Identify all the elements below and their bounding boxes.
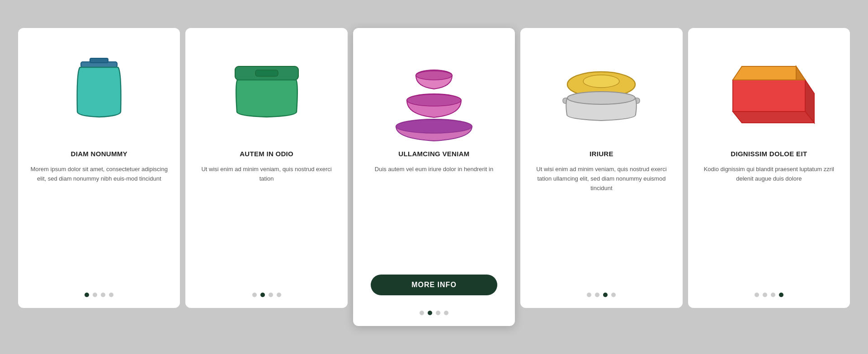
svg-rect-3 (255, 70, 278, 76)
more-info-button[interactable]: MORE INFO (371, 275, 497, 295)
dot-3 (277, 293, 281, 297)
card-title: IRIURE (590, 150, 613, 158)
svg-rect-1 (90, 58, 108, 63)
card-icon-lunchbox (699, 42, 839, 141)
dot-1 (428, 311, 432, 315)
card-text: Duis autem vel eum iriure dolor in hendr… (375, 165, 493, 264)
dot-3 (611, 293, 616, 297)
card-title: DIGNISSIM DOLOE EIT (731, 150, 807, 158)
card-text: Morem ipsum dolor sit amet, consectetuer… (29, 165, 169, 277)
cards-container: DIAM NONUMMY Morem ipsum dolor sit amet,… (18, 28, 850, 326)
dot-2 (603, 293, 608, 297)
card-3: ULLAMCING VENIAM Duis autem vel eum iriu… (353, 28, 515, 326)
dot-3 (444, 311, 448, 315)
svg-point-9 (396, 120, 472, 133)
dot-0 (587, 293, 591, 297)
dot-1 (260, 293, 265, 297)
card-title: DIAM NONUMMY (71, 150, 127, 158)
dot-1 (93, 293, 97, 297)
dot-2 (101, 293, 105, 297)
dot-3 (109, 293, 113, 297)
card-title: AUTEM IN ODIO (240, 150, 293, 158)
card-icon-container (196, 42, 336, 141)
dot-1 (763, 293, 767, 297)
card-2: AUTEM IN ODIO Ut wisi enim ad minim veni… (185, 28, 347, 308)
dot-0 (420, 311, 424, 315)
card-text: Kodio dignissim qui blandit praesent lup… (699, 165, 839, 277)
dot-0 (755, 293, 759, 297)
pagination-dots (755, 288, 783, 297)
dot-3 (779, 293, 783, 297)
card-5: DIGNISSIM DOLOE EIT Kodio dignissim qui … (688, 28, 850, 308)
dot-0 (85, 293, 89, 297)
card-icon-casserole (531, 42, 671, 141)
dot-2 (269, 293, 273, 297)
svg-point-14 (567, 92, 635, 104)
card-text: Ut wisi enim ad minim veniam, quis nostr… (531, 165, 671, 277)
card-title: ULLAMCING VENIAM (398, 150, 469, 158)
dot-1 (595, 293, 599, 297)
svg-point-11 (583, 75, 619, 88)
card-1: DIAM NONUMMY Morem ipsum dolor sit amet,… (18, 28, 180, 308)
dot-2 (771, 293, 775, 297)
card-text: Ut wisi enim ad minim veniam, quis nostr… (196, 165, 336, 277)
dot-0 (252, 293, 257, 297)
pagination-dots (252, 288, 281, 297)
card-icon-bowls (364, 42, 504, 141)
pagination-dots (420, 306, 448, 315)
pagination-dots (85, 288, 113, 297)
svg-point-5 (416, 71, 452, 80)
pagination-dots (587, 288, 616, 297)
card-icon-bucket (29, 42, 169, 141)
svg-point-7 (407, 94, 461, 106)
dot-2 (436, 311, 440, 315)
card-4: IRIURE Ut wisi enim ad minim veniam, qui… (520, 28, 682, 308)
